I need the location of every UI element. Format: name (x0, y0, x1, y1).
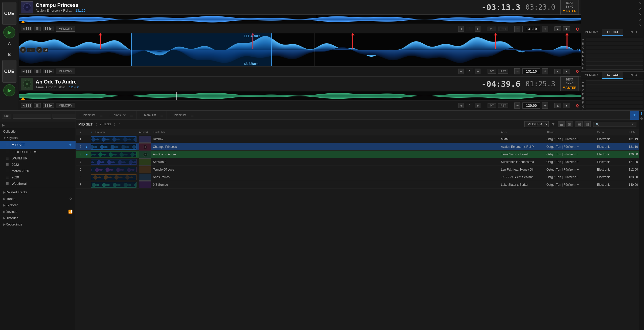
deck1-waveform-detail[interactable]: 111.4Bars ⊕ RST ⊖ ◀ ⟲ (19, 33, 581, 66)
hotcue-bar-c[interactable] (586, 46, 643, 49)
track-preview-5[interactable] (90, 166, 138, 173)
col-header-bpm[interactable]: BPM (628, 130, 636, 134)
far-right-info-btn[interactable]: ℹ (641, 112, 642, 116)
hotcue-bar-bottom-c[interactable] (586, 89, 643, 92)
col-header-genre[interactable]: Genre (596, 130, 606, 134)
deck1-bpm-minus[interactable]: − (514, 26, 520, 32)
tab-menu-btn-0[interactable]: ☰ (100, 113, 103, 117)
player-select-arrow[interactable]: ▼ (551, 122, 555, 127)
layout-b-btn[interactable]: ▤ (584, 121, 591, 127)
deck2-cue-play-btn[interactable]: ▐▐▐ ▶ (43, 103, 54, 108)
hotcue-bar-d[interactable] (586, 50, 643, 53)
panel-close-3[interactable]: × (638, 12, 643, 17)
deck2-pause-btn[interactable]: ▌▌ (34, 103, 41, 108)
hotcue-bar-h[interactable] (586, 66, 643, 70)
track-preview-3[interactable] (90, 151, 138, 158)
deck2-waveform-overview[interactable] (19, 92, 581, 100)
sidebar-explorer[interactable]: ▶ Explorer (0, 202, 76, 208)
sidebar-item-warm-up[interactable]: ☰ WARM UP (0, 155, 76, 161)
deck2-bpm-minus[interactable]: − (514, 102, 520, 109)
deck2-rst-btn[interactable]: RST (498, 103, 508, 108)
search-input[interactable] (600, 122, 630, 126)
deck2-loop-prev[interactable]: ◀ (458, 103, 464, 108)
deck2-q-btn[interactable]: Q (576, 104, 579, 108)
panel-close-5[interactable]: × (638, 23, 643, 28)
tab-menu-btn-3[interactable]: ☰ (191, 113, 194, 117)
track-row-4[interactable]: 4 Session 2 Substance x Soundstrea Ostgu… (76, 158, 639, 166)
sidebar-devices[interactable]: ▶ Devices 📶 (0, 208, 76, 215)
new-list-btn[interactable]: + (630, 111, 639, 120)
deck1-q-btn2[interactable]: Q (576, 69, 579, 73)
sidebar-item-floor-fillers[interactable]: ☰ FLOOR FILLERS (0, 149, 76, 155)
track-row-3[interactable]: 3 ▶ An Ode To Audre Tama Sumo x Lakuti O… (76, 151, 639, 158)
deck1-cue-play-btn[interactable]: ▐▐▐ ▶ (43, 27, 54, 31)
panel-close-2[interactable]: × (638, 6, 643, 12)
track-play-btn-2[interactable]: ▶ (86, 146, 88, 148)
deck1-cue-play-btn2[interactable]: ▐▐▐ ▶ (43, 69, 54, 73)
deck1-pause-btn2[interactable]: ▌▌ (34, 69, 41, 73)
play-button-top[interactable]: ▶ (3, 26, 15, 38)
col-header-num[interactable]: # (79, 130, 82, 134)
panel-tab-info-bottom[interactable]: INFO (623, 72, 644, 79)
hotcue-bar-g[interactable] (586, 62, 643, 66)
col-header-album[interactable]: Album (545, 130, 555, 134)
deck1-loop-prev[interactable]: ◀ (458, 26, 464, 32)
deck2-beat-sync[interactable]: BEATSYNC MASTER (560, 76, 579, 91)
panel-tab-hotcue-top[interactable]: HOT CUE (602, 29, 623, 36)
col-header-artist[interactable]: Artist (500, 130, 508, 134)
deck2-memory-btn[interactable]: MEMORY (56, 103, 75, 108)
deck1-link-icon[interactable]: ⟲ (577, 48, 580, 52)
deck1-loop-next[interactable]: ▶ (475, 26, 480, 32)
view-grid-btn[interactable]: ⊞ (566, 121, 573, 127)
cue-button-top[interactable]: CUE (2, 2, 16, 25)
hotcue-bar-bottom-d[interactable] (586, 93, 643, 96)
deck2-back-btn[interactable]: ◀ ▐▐▐ (21, 103, 32, 108)
panel-close-4[interactable]: × (638, 17, 643, 23)
deck2-bpm-plus[interactable]: + (542, 102, 548, 109)
col-header-sort-arrow[interactable]: ↑ (90, 130, 94, 134)
cue-button-bottom[interactable]: CUE (2, 60, 16, 83)
panel-tab-hotcue-bottom[interactable]: HOT CUE (602, 72, 623, 79)
track-preview-1[interactable] (90, 136, 138, 142)
search-dropdown-icon[interactable]: ▼ (631, 123, 634, 126)
deck1-rst-btn[interactable]: RST (498, 27, 508, 31)
track-row-7[interactable]: 7 9/8 Gumbo Luke Slater x Barker Ostgut … (76, 181, 639, 189)
sidebar-item-weatherall[interactable]: ☰ Weatherall (0, 180, 76, 187)
deck1-beat-sync[interactable]: BEATSYNC MASTER (560, 0, 579, 15)
tab-menu-btn-2[interactable]: ☰ (160, 113, 164, 117)
hotcue-bar-a[interactable] (586, 38, 643, 41)
playlist-tab-3[interactable]: ☰ blank list ☰ (167, 111, 197, 119)
hotcue-bar-bottom-g[interactable] (586, 105, 643, 108)
track-preview-2[interactable] (90, 143, 138, 150)
deck1-pitch-down2[interactable]: ▼ (563, 69, 570, 74)
panel-tab-memory-bottom[interactable]: MEMORY (581, 72, 602, 79)
hotcue-bar-bottom-b[interactable] (586, 85, 643, 88)
track-preview-7[interactable] (90, 181, 138, 188)
track-row-6[interactable]: 6 Años Perros JASSS x Silent Servant Ost… (76, 173, 639, 181)
deck1-loop-out[interactable]: ⊖ (36, 47, 42, 53)
far-right-settings-btn[interactable]: ⚙ (640, 117, 643, 121)
col-header-title[interactable]: Track Title (152, 130, 167, 134)
deck1-rst2-btn[interactable]: RST (27, 48, 35, 52)
deck1-mt-btn[interactable]: MT (488, 27, 496, 31)
deck1-rst-btn2[interactable]: RST (498, 69, 508, 74)
hotcue-bar-bottom-f[interactable] (586, 101, 643, 104)
deck1-pitch-down[interactable]: ▼ (563, 26, 570, 31)
deck1-pitch-up2[interactable]: ▲ (554, 69, 561, 74)
deck2-mt-btn[interactable]: MT (488, 103, 496, 108)
playlist-tab-1[interactable]: ☰ blank list ☰ (106, 111, 136, 119)
track-row-1[interactable]: 1 Rimba7 MMM Ostgut Ton | Fünfzehn + Ele… (76, 135, 639, 143)
panel-close-1[interactable]: × (638, 1, 643, 6)
sidebar-collection[interactable]: Collection (0, 128, 76, 135)
sidebar-item-2020[interactable]: ☰ 2020 (0, 174, 76, 180)
tab-menu-btn-1[interactable]: ☰ (130, 113, 133, 117)
deck1-mt-btn2[interactable]: MT (488, 69, 496, 74)
playlist-add-btn[interactable]: + (69, 142, 72, 148)
sidebar-related-tracks[interactable]: ▶ Related Tracks (0, 189, 76, 195)
deck1-loop-prev2[interactable]: ◀ (458, 69, 464, 74)
sidebar-search-input[interactable] (13, 114, 51, 119)
sort-up-btn[interactable]: ↑ (118, 122, 120, 127)
view-list-btn[interactable]: ☰ (558, 121, 565, 127)
deck1-pause-btn[interactable]: ▌▌ (34, 27, 41, 31)
playlist-tab-2[interactable]: ☰ blank list ☰ (136, 111, 167, 119)
